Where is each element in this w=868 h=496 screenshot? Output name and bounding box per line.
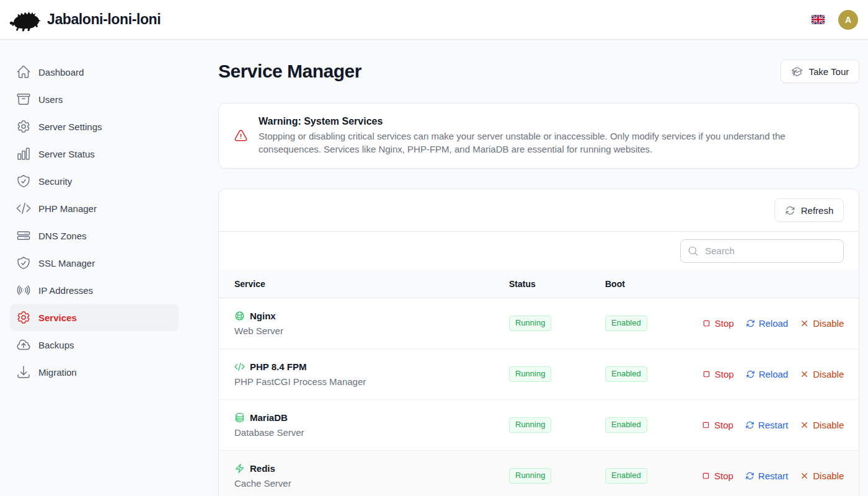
warning-triangle-icon — [234, 129, 248, 143]
shield-check-icon — [16, 255, 31, 270]
disable-button[interactable]: Disable — [800, 318, 844, 329]
search-input[interactable] — [680, 239, 844, 263]
language-flag-button[interactable] — [812, 15, 825, 24]
reload-button[interactable]: Reload — [746, 369, 789, 379]
boot-badge: Enabled — [605, 417, 647, 433]
table-row: PHP 8.4 FPM PHP FastCGI Process Manager … — [219, 349, 859, 400]
service-name: Nginx — [250, 311, 276, 321]
status-cell: Running — [509, 468, 605, 484]
service-description: Database Server — [234, 427, 509, 438]
brand-name: Jabaloni-loni-loni — [47, 11, 161, 28]
avatar[interactable]: A — [838, 10, 858, 30]
stop-icon — [701, 420, 711, 430]
x-mark-icon — [800, 471, 809, 480]
sidebar-item-security[interactable]: Security — [10, 167, 179, 195]
stop-icon — [701, 471, 711, 480]
uk-flag-icon — [812, 15, 825, 24]
archive-box-icon — [16, 92, 31, 107]
stop-icon — [702, 319, 711, 328]
warning-body: Stopping or disabling critical services … — [259, 130, 804, 156]
status-badge: Running — [509, 366, 551, 382]
bolt-icon — [234, 463, 245, 474]
sidebar-item-users[interactable]: Users — [10, 86, 179, 113]
gear-icon — [16, 310, 31, 325]
code-icon — [16, 201, 31, 216]
search-row — [219, 232, 859, 270]
boot-cell: Enabled — [605, 468, 701, 484]
disable-button[interactable]: Disable — [800, 369, 844, 379]
restart-button[interactable]: Restart — [745, 471, 788, 481]
academic-cap-icon — [791, 66, 803, 78]
refresh-button[interactable]: Refresh — [774, 198, 844, 222]
boot-badge: Enabled — [605, 468, 647, 484]
sidebar-item-ssl-manager[interactable]: SSL Manager — [10, 249, 179, 277]
disable-button[interactable]: Disable — [800, 420, 844, 430]
download-icon — [16, 365, 31, 379]
app-header: Jabaloni-loni-loni A — [0, 0, 868, 40]
database-icon — [234, 412, 245, 423]
table-row: Nginx Web Server Running Enabled StopRel… — [219, 298, 859, 349]
sidebar: Dashboard Users Server Settings Server S… — [0, 40, 188, 496]
sidebar-item-ip-addresses[interactable]: IP Addresses — [10, 277, 179, 304]
main-content: Service Manager Take Tour Warning: Syste… — [188, 40, 868, 496]
actions-cell: StopReloadDisable — [701, 369, 844, 379]
sidebar-item-server-settings[interactable]: Server Settings — [10, 113, 179, 140]
stop-button[interactable]: Stop — [702, 369, 734, 379]
brand: Jabaloni-loni-loni — [9, 7, 161, 32]
refresh-icon — [785, 205, 795, 216]
service-description: Web Server — [234, 326, 509, 336]
warning-text: Warning: System Services Stopping or dis… — [259, 116, 804, 156]
sidebar-item-php-manager[interactable]: PHP Manager — [10, 195, 179, 222]
stop-button[interactable]: Stop — [702, 318, 734, 329]
sidebar-item-services[interactable]: Services — [10, 304, 179, 331]
service-cell: Nginx Web Server — [234, 311, 509, 336]
sidebar-item-migration[interactable]: Migration — [10, 358, 179, 386]
sidebar-item-server-status[interactable]: Server Status — [10, 140, 179, 167]
refresh-icon — [745, 420, 755, 430]
table-header: Service Status Boot — [219, 270, 859, 298]
page-title: Service Manager — [218, 61, 361, 82]
service-name: PHP 8.4 FPM — [250, 361, 306, 372]
cloud-upload-icon — [16, 337, 31, 352]
warning-banner: Warning: System Services Stopping or dis… — [218, 103, 859, 169]
stop-button[interactable]: Stop — [701, 471, 733, 481]
shield-check-icon — [16, 174, 31, 188]
service-cell: Redis Cache Server — [234, 463, 509, 489]
table-row: Redis Cache Server Running Enabled StopR… — [219, 451, 859, 496]
stop-icon — [702, 370, 711, 379]
column-header-boot: Boot — [605, 279, 701, 289]
restart-button[interactable]: Restart — [745, 420, 788, 430]
take-tour-button[interactable]: Take Tour — [781, 60, 859, 83]
refresh-icon — [745, 471, 755, 480]
x-mark-icon — [800, 370, 809, 379]
boot-badge: Enabled — [605, 316, 647, 331]
actions-cell: StopRestartDisable — [701, 420, 844, 430]
services-card: Refresh Service Status Boot Nginx — [218, 188, 859, 496]
code-icon — [234, 361, 245, 372]
header-right: A — [812, 10, 858, 30]
sidebar-item-backups[interactable]: Backups — [10, 331, 179, 358]
sidebar-item-dashboard[interactable]: Dashboard — [10, 58, 179, 86]
service-name: Redis — [250, 463, 275, 474]
x-mark-icon — [800, 420, 809, 430]
search-wrap — [680, 239, 844, 263]
status-badge: Running — [509, 316, 551, 331]
service-cell: MariaDB Database Server — [234, 412, 509, 438]
signal-icon — [16, 283, 31, 298]
page-head: Service Manager Take Tour — [218, 60, 859, 83]
gear-icon — [16, 119, 31, 134]
reload-button[interactable]: Reload — [746, 318, 789, 329]
warning-title: Warning: System Services — [259, 116, 804, 127]
stop-button[interactable]: Stop — [701, 420, 733, 430]
table-body: Nginx Web Server Running Enabled StopRel… — [219, 298, 859, 496]
disable-button[interactable]: Disable — [800, 471, 844, 481]
status-badge: Running — [509, 468, 551, 484]
boot-cell: Enabled — [605, 366, 701, 382]
bar-chart-icon — [16, 146, 31, 161]
globe-icon — [234, 311, 245, 321]
refresh-icon — [746, 319, 755, 328]
column-header-service: Service — [234, 279, 509, 289]
status-cell: Running — [509, 417, 605, 433]
sidebar-item-dns-zones[interactable]: DNS Zones — [10, 222, 179, 249]
card-toolbar: Refresh — [219, 189, 859, 232]
